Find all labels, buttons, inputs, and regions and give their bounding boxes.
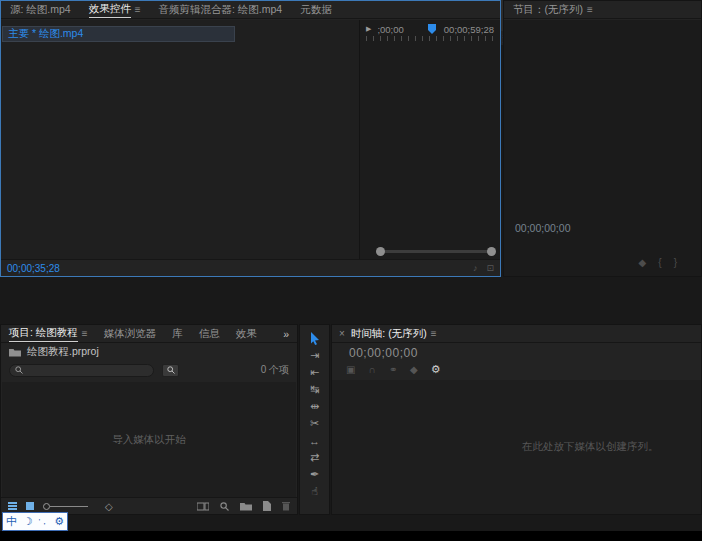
tab-info[interactable]: 信息 (191, 325, 228, 343)
zoom-slider-track[interactable] (50, 506, 88, 507)
thumbnail-zoom-slider[interactable] (43, 503, 88, 510)
project-breadcrumb: 绘图教程.prproj (1, 343, 297, 361)
zoom-scrollbar-track[interactable] (380, 250, 492, 253)
automate-to-sequence-icon[interactable] (197, 502, 209, 511)
rate-stretch-tool-icon[interactable]: ⇹ (300, 398, 329, 415)
tab-metadata[interactable]: 元数据 (291, 1, 341, 19)
zoom-slider-handle[interactable] (43, 503, 50, 510)
search-bin-icon[interactable] (162, 364, 179, 377)
ime-punctuation-icon[interactable]: ’， (39, 518, 49, 526)
desktop-strip (0, 531, 702, 541)
search-box[interactable] (9, 364, 154, 377)
pen-tool-icon[interactable]: ✒ (300, 466, 329, 483)
lift-icon[interactable]: { (658, 257, 661, 268)
breadcrumb-label[interactable]: 绘图教程.prproj (27, 345, 99, 359)
tools-column: ⇥ ⇤ ↹ ⇹ ✂ ↔ ⇄ ✒ ☝ (300, 325, 329, 500)
item-count: 0 个项 (261, 363, 289, 377)
zoom-scrollbar-left-handle[interactable] (376, 247, 385, 256)
linked-selection-icon[interactable]: ⚭ (389, 364, 397, 375)
new-bin-icon[interactable] (240, 502, 252, 511)
timeline-empty-text: 在此处放下媒体以创建序列。 (522, 440, 659, 454)
search-input[interactable] (27, 365, 137, 375)
marker-icon[interactable]: ◆ (639, 257, 647, 268)
program-tab-label: 节目：(无序列) (513, 3, 583, 17)
clear-icon[interactable] (282, 501, 290, 511)
close-icon[interactable]: × (332, 328, 349, 339)
tab-libraries[interactable]: 库 (164, 325, 191, 343)
icon-view-icon[interactable] (26, 502, 34, 510)
project-tabbar: 项目: 绘图教程 ≡ 媒体浏览器 库 信息 效果 » (1, 325, 297, 343)
project-overflow-icon[interactable]: » (275, 328, 297, 340)
timeline-panel-menu-icon[interactable]: ≡ (431, 328, 437, 339)
panel-menu-icon[interactable]: ≡ (135, 4, 141, 15)
tab-effect-controls[interactable]: 效果控件 ≡ (80, 1, 150, 19)
project-search-row: 0 个项 (1, 361, 297, 379)
mini-timeline-ruler[interactable] (366, 36, 498, 41)
tab-project[interactable]: 项目: 绘图教程 ≡ (1, 325, 96, 343)
effect-controls-mini-timeline: ▶ ;00;00 00;00;59;28 (360, 20, 500, 259)
ime-fullwidth-moon-icon[interactable]: ☽ (23, 516, 33, 527)
tab-source-monitor[interactable]: 源: 绘图.mp4 (1, 1, 80, 19)
source-group-tabbar: 源: 绘图.mp4 效果控件 ≡ 音频剪辑混合器: 绘图.mp4 元数据 (1, 1, 500, 19)
ruler-start-timecode: ;00;00 (377, 24, 403, 35)
ripple-edit-tool-icon[interactable]: ⇤ (300, 364, 329, 381)
timeline-empty-hint: 在此处放下媒体以创建序列。 (480, 380, 701, 514)
program-timecode[interactable]: 00;00;00;00 (515, 222, 570, 234)
folder-icon (9, 348, 21, 357)
razor-tool-icon[interactable]: ✂ (300, 415, 329, 432)
timeline-track-area[interactable]: 在此处放下媒体以创建序列。 (332, 380, 701, 514)
tab-effects[interactable]: 效果 (228, 325, 265, 343)
tab-media-browser[interactable]: 媒体浏览器 (96, 325, 165, 343)
tab-audio-clip-mixer[interactable]: 音频剪辑混合器: 绘图.mp4 (150, 1, 292, 19)
project-toolbar-right (197, 501, 290, 511)
selection-tool-icon[interactable] (300, 330, 329, 347)
nest-sequence-icon[interactable]: ▣ (346, 364, 355, 375)
current-timecode[interactable]: 00;00;35;28 (7, 263, 60, 274)
slide-tool-icon[interactable]: ⇄ (300, 449, 329, 466)
program-monitor-panel: 节目：(无序列) ≡ 00;00;00;00 ◆ { } (503, 0, 702, 277)
slip-tool-icon[interactable]: ↔ (300, 432, 329, 449)
timeline-tab-label: 时间轴: (无序列) (351, 327, 427, 341)
timeline-timecode[interactable]: 00;00;00;00 (349, 346, 418, 360)
expand-icon[interactable]: ▶ (366, 25, 371, 33)
hand-tool-icon[interactable]: ☝ (300, 483, 329, 500)
effect-controls-panel: 源: 绘图.mp4 效果控件 ≡ 音频剪辑混合器: 绘图.mp4 元数据 主要 … (0, 0, 501, 277)
ruler-end-timecode: 00;00;59;28 (444, 24, 494, 35)
timeline-toolbar: ▣ ∩ ⚭ ◆ ⚙ (346, 363, 441, 376)
playhead-marker-icon[interactable] (426, 23, 438, 35)
project-panel-menu-icon[interactable]: ≡ (82, 328, 88, 339)
toggle-effects-icon[interactable]: ⊡ (486, 263, 494, 273)
timeline-panel: × 时间轴: (无序列) ≡ 00;00;00;00 ▣ ∩ ⚭ ◆ ⚙ 在此处… (331, 324, 702, 515)
search-icon (15, 366, 23, 374)
program-monitor-body: 00;00;00;00 ◆ { } (504, 20, 701, 276)
add-marker-icon[interactable]: ◆ (410, 364, 418, 375)
project-tab-label: 项目: 绘图教程 (9, 326, 78, 342)
zoom-scrollbar-right-handle[interactable] (487, 247, 496, 256)
program-toolbar: ◆ { } (639, 257, 677, 268)
timeline-settings-wrench-icon[interactable]: ⚙ (431, 363, 441, 376)
sort-icon[interactable]: ◇ (105, 501, 113, 512)
ime-language-mode-icon[interactable]: 中 (6, 516, 17, 527)
mini-timeline-header: ▶ ;00;00 00;00;59;28 (360, 22, 500, 36)
snap-icon[interactable]: ∩ (368, 364, 375, 375)
find-icon[interactable] (220, 502, 229, 511)
program-panel-menu-icon[interactable]: ≡ (587, 4, 593, 15)
play-audio-only-icon[interactable]: ♪ (473, 263, 478, 273)
project-empty-area[interactable]: 导入媒体以开始 (2, 382, 296, 497)
tools-panel: ⇥ ⇤ ↹ ⇹ ✂ ↔ ⇄ ✒ ☝ (299, 324, 330, 515)
mini-timeline-zoom-scrollbar[interactable] (376, 247, 496, 256)
effect-controls-status-bar: 00;00;35;28 ♪ ⊡ (1, 259, 500, 276)
tab-timeline[interactable]: 时间轴: (无序列) ≡ (349, 325, 446, 343)
ime-toolbar: 中 ☽ ’， ⚙ (2, 512, 68, 531)
clip-title-row[interactable]: 主要 * 绘图.mp4 (2, 26, 235, 42)
ime-settings-gear-icon[interactable]: ⚙ (54, 516, 64, 527)
track-select-forward-tool-icon[interactable]: ⇥ (300, 347, 329, 364)
extract-icon[interactable]: } (674, 257, 677, 268)
program-tabbar: 节目：(无序列) ≡ (504, 1, 701, 19)
tab-program-monitor[interactable]: 节目：(无序列) ≡ (504, 1, 602, 19)
list-view-icon[interactable] (8, 502, 17, 510)
rolling-edit-tool-icon[interactable]: ↹ (300, 381, 329, 398)
timeline-tabbar: × 时间轴: (无序列) ≡ (332, 325, 701, 343)
new-item-icon[interactable] (263, 501, 271, 511)
project-empty-text: 导入媒体以开始 (112, 433, 186, 447)
